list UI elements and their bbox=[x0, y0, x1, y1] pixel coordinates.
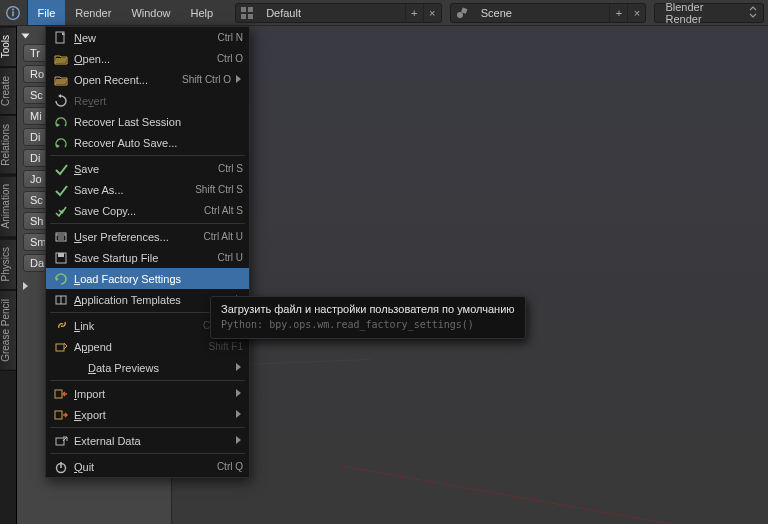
menu-item-new[interactable]: NewCtrl N bbox=[46, 27, 249, 48]
3d-viewport[interactable] bbox=[172, 26, 768, 524]
export-icon bbox=[52, 408, 70, 422]
save-check-icon bbox=[52, 162, 70, 176]
menu-help[interactable]: Help bbox=[181, 0, 224, 25]
templates-icon bbox=[52, 293, 70, 307]
recover-icon bbox=[52, 115, 70, 129]
sidetab-grease-pencil[interactable]: Grease Pencil bbox=[0, 290, 16, 371]
append-icon bbox=[52, 340, 70, 354]
menu-item-save-copy[interactable]: Save Copy...Ctrl Alt S bbox=[46, 200, 249, 221]
menu-item-label: Open Recent... bbox=[74, 74, 176, 86]
menu-window[interactable]: Window bbox=[121, 0, 180, 25]
menu-separator bbox=[50, 453, 245, 454]
menu-item-open[interactable]: Open...Ctrl O bbox=[46, 48, 249, 69]
menu-item-save[interactable]: SaveCtrl S bbox=[46, 158, 249, 179]
menu-item-user-preferences[interactable]: User Preferences...Ctrl Alt U bbox=[46, 226, 249, 247]
menu-item-shortcut: Shift F1 bbox=[209, 341, 243, 352]
menu-item-label: New bbox=[74, 32, 211, 44]
svg-rect-20 bbox=[55, 411, 62, 419]
menu-item-shortcut: Ctrl O bbox=[217, 53, 243, 64]
info-icon[interactable] bbox=[0, 0, 28, 25]
top-bar: FileRenderWindowHelp Default + × Scene +… bbox=[0, 0, 768, 26]
menu-item-shortcut: Shift Ctrl O bbox=[182, 74, 231, 85]
prefs-icon bbox=[52, 230, 70, 244]
sidetab-animation[interactable]: Animation bbox=[0, 175, 16, 237]
menu-item-open-recent[interactable]: Open Recent...Shift Ctrl O bbox=[46, 69, 249, 90]
menu-item-export[interactable]: Export bbox=[46, 404, 249, 425]
menu-item-label: Recover Auto Save... bbox=[74, 137, 243, 149]
svg-rect-18 bbox=[56, 344, 64, 351]
menu-item-append[interactable]: AppendShift F1 bbox=[46, 336, 249, 357]
menu-item-label: Save bbox=[74, 163, 212, 175]
svg-rect-3 bbox=[241, 7, 246, 12]
menu-item-label: Revert bbox=[74, 95, 243, 107]
menu-item-label: Save Startup File bbox=[74, 252, 211, 264]
doc-new-icon bbox=[52, 31, 70, 45]
submenu-arrow-icon bbox=[233, 363, 243, 373]
add-scene-button[interactable]: + bbox=[609, 4, 627, 22]
menu-item-label: Load Factory Settings bbox=[74, 273, 243, 285]
menu-separator bbox=[50, 155, 245, 156]
menu-item-external-data[interactable]: External Data bbox=[46, 430, 249, 451]
menu-item-label: Link bbox=[74, 320, 197, 332]
sidetab-relations[interactable]: Relations bbox=[0, 115, 16, 175]
menu-item-import[interactable]: Import bbox=[46, 383, 249, 404]
tooltip: Загрузить файл и настройки пользователя … bbox=[210, 296, 526, 339]
menu-item-save-as[interactable]: Save As...Shift Ctrl S bbox=[46, 179, 249, 200]
tool-shelf-tabs: ToolsCreateRelationsAnimationPhysicsGrea… bbox=[0, 26, 17, 524]
add-layout-button[interactable]: + bbox=[405, 4, 423, 22]
menu-item-shortcut: Shift Ctrl S bbox=[195, 184, 243, 195]
menu-item-shortcut: Ctrl U bbox=[217, 252, 243, 263]
screen-layout-selector[interactable]: Default + × bbox=[235, 3, 442, 23]
sidetab-physics[interactable]: Physics bbox=[0, 238, 16, 290]
submenu-arrow-icon bbox=[233, 410, 243, 420]
menu-file[interactable]: File bbox=[28, 0, 66, 25]
menu-item-shortcut: Ctrl Alt S bbox=[204, 205, 243, 216]
external-icon bbox=[52, 434, 70, 448]
link-icon bbox=[52, 319, 70, 333]
menu-separator bbox=[50, 223, 245, 224]
menu-item-recover-auto-save[interactable]: Recover Auto Save... bbox=[46, 132, 249, 153]
scene-selector[interactable]: Scene + × bbox=[450, 3, 647, 23]
svg-rect-15 bbox=[58, 253, 64, 257]
menu-item-quit[interactable]: QuitCtrl Q bbox=[46, 456, 249, 477]
main-menu: FileRenderWindowHelp bbox=[28, 0, 224, 25]
sidetab-tools[interactable]: Tools bbox=[0, 26, 16, 67]
menu-item-shortcut: Ctrl Q bbox=[217, 461, 243, 472]
menu-separator bbox=[50, 427, 245, 428]
menu-render[interactable]: Render bbox=[65, 0, 121, 25]
layout-icon bbox=[236, 6, 258, 20]
menu-item-save-startup-file[interactable]: Save Startup FileCtrl U bbox=[46, 247, 249, 268]
save-copy-icon bbox=[52, 204, 70, 218]
menu-item-label: User Preferences... bbox=[74, 231, 198, 243]
remove-scene-button[interactable]: × bbox=[627, 4, 645, 22]
sidetab-create[interactable]: Create bbox=[0, 67, 16, 115]
scene-name: Scene bbox=[473, 7, 520, 19]
menu-item-label: Recover Last Session bbox=[74, 116, 243, 128]
save-startup-icon bbox=[52, 251, 70, 265]
quit-icon bbox=[52, 460, 70, 474]
save-check-icon bbox=[52, 183, 70, 197]
tooltip-text: Загрузить файл и настройки пользователя … bbox=[221, 303, 515, 315]
folder-open-icon bbox=[52, 73, 70, 87]
file-menu-dropdown: NewCtrl NOpen...Ctrl OOpen Recent...Shif… bbox=[45, 26, 250, 478]
menu-item-shortcut: Ctrl N bbox=[217, 32, 243, 43]
menu-item-recover-last-session[interactable]: Recover Last Session bbox=[46, 111, 249, 132]
submenu-arrow-icon bbox=[233, 436, 243, 446]
menu-item-label: Data Previews bbox=[88, 362, 231, 374]
svg-rect-5 bbox=[241, 14, 246, 19]
recover-icon bbox=[52, 136, 70, 150]
remove-layout-button[interactable]: × bbox=[423, 4, 441, 22]
menu-item-label: Open... bbox=[74, 53, 211, 65]
factory-icon bbox=[52, 272, 70, 286]
svg-rect-2 bbox=[12, 11, 14, 16]
folder-open-icon bbox=[52, 52, 70, 66]
menu-item-label: Save Copy... bbox=[74, 205, 198, 217]
submenu-arrow-icon bbox=[233, 75, 243, 85]
svg-rect-6 bbox=[248, 14, 253, 19]
menu-item-data-previews[interactable]: Data Previews bbox=[46, 357, 249, 378]
render-engine-selector[interactable]: Blender Render bbox=[654, 3, 764, 23]
menu-item-load-factory-settings[interactable]: Load Factory Settings bbox=[46, 268, 249, 289]
menu-item-label: Application Templates bbox=[74, 294, 231, 306]
menu-item-label: Export bbox=[74, 409, 231, 421]
menu-item-revert: Revert bbox=[46, 90, 249, 111]
